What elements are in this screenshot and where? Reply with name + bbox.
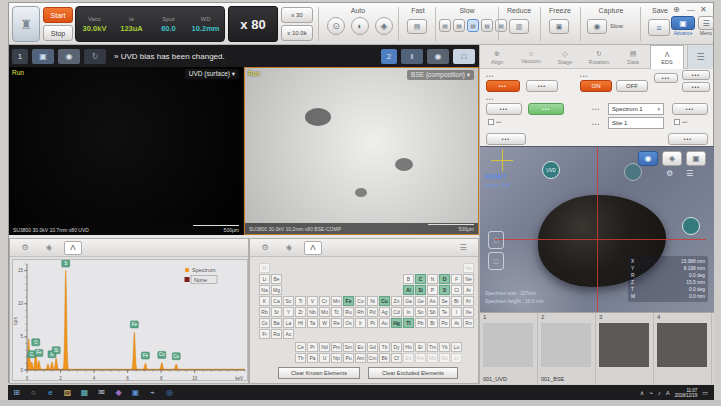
- detector-on-button[interactable]: ON: [580, 80, 612, 92]
- slow-scan-button-1[interactable]: ▤: [439, 19, 451, 32]
- element-Fe[interactable]: Fe: [343, 296, 354, 306]
- save-button[interactable]: ≡: [648, 19, 670, 36]
- element-Lr[interactable]: Lr: [451, 353, 462, 363]
- element-Lu[interactable]: Lu: [451, 342, 462, 352]
- tab-data[interactable]: ▤Data: [616, 45, 650, 69]
- element-F[interactable]: F: [451, 274, 462, 284]
- element-Dy[interactable]: Dy: [391, 342, 402, 352]
- element-Gd[interactable]: Gd: [367, 342, 378, 352]
- eds-spectrum-chart[interactable]: 0 2 4 6 8 10keV 0 5 10 15 cps C O Fe Al …: [12, 259, 248, 385]
- eds-small-button[interactable]: •••: [682, 70, 710, 80]
- menu-icon[interactable]: ☰: [454, 241, 472, 255]
- tray-expand-icon[interactable]: ∧: [640, 389, 644, 396]
- start-button[interactable]: Start: [43, 7, 73, 23]
- panel1-number-button[interactable]: 1: [12, 49, 28, 64]
- element-Cm[interactable]: Cm: [367, 353, 378, 363]
- element-I[interactable]: I: [451, 307, 462, 317]
- close-button[interactable]: ✕: [700, 5, 707, 14]
- element-Pr[interactable]: Pr: [307, 342, 318, 352]
- element-Rh[interactable]: Rh: [355, 307, 366, 317]
- element-Cs[interactable]: Cs: [259, 318, 270, 328]
- element-N[interactable]: N: [427, 274, 438, 284]
- element-Hg[interactable]: Hg: [391, 318, 402, 328]
- element-La[interactable]: La: [283, 318, 294, 328]
- element-Nd[interactable]: Nd: [319, 342, 330, 352]
- thumbnail-slot-1[interactable]: 1 001_UVD: [480, 313, 538, 384]
- search-icon[interactable]: ○: [25, 385, 42, 400]
- element-Cl[interactable]: Cl: [451, 285, 462, 295]
- panel1-refresh-button[interactable]: ↻: [84, 49, 106, 64]
- element-W[interactable]: W: [319, 318, 330, 328]
- camera-capture-button[interactable]: ◉: [638, 151, 658, 166]
- eds-checkbox[interactable]: •••: [674, 119, 687, 125]
- taskbar-clock[interactable]: 11:072018/12/19: [675, 388, 698, 398]
- element-Sm[interactable]: Sm: [343, 342, 354, 352]
- tab-vacuum[interactable]: ⌂Vacuum: [514, 45, 548, 69]
- element-Hf[interactable]: Hf: [295, 318, 306, 328]
- reduce-button[interactable]: ▥: [509, 19, 529, 34]
- element-Al[interactable]: Al: [403, 285, 414, 295]
- element-Fr[interactable]: Fr: [259, 329, 270, 339]
- tab-eds[interactable]: ΛEDS: [650, 45, 684, 69]
- element-Ar[interactable]: Ar: [463, 285, 474, 295]
- sem-image-panel-1[interactable]: Run UVD (surface) ▾ SU3800 30.0kV 10.7mm…: [9, 67, 244, 235]
- clear-excluded-elements-button[interactable]: Clear Excluded Elements: [368, 367, 458, 379]
- element-Si[interactable]: Si: [415, 285, 426, 295]
- element-Ru[interactable]: Ru: [343, 307, 354, 317]
- element-Sc[interactable]: Sc: [283, 296, 294, 306]
- element-H[interactable]: H: [259, 263, 270, 273]
- element-Ra[interactable]: Ra: [271, 329, 282, 339]
- minimize-button[interactable]: —: [687, 5, 695, 14]
- element-No[interactable]: No: [439, 353, 450, 363]
- network-icon[interactable]: ⌁: [649, 389, 653, 396]
- panel2-pause-button[interactable]: ‖: [401, 49, 423, 64]
- volume-icon[interactable]: ♪: [658, 390, 661, 396]
- freeze-button[interactable]: ▣: [549, 19, 569, 34]
- thumbnail-slot-3[interactable]: 3: [596, 313, 654, 384]
- eds-action-button[interactable]: •••: [486, 103, 522, 115]
- element-Fm[interactable]: Fm: [415, 353, 426, 363]
- element-K[interactable]: K: [259, 296, 270, 306]
- thumbnail-image[interactable]: [483, 323, 533, 367]
- notification-icon[interactable]: ▭: [702, 389, 708, 396]
- element-Ca[interactable]: Ca: [271, 296, 282, 306]
- element-Nb[interactable]: Nb: [307, 307, 318, 317]
- element-Ge[interactable]: Ge: [415, 296, 426, 306]
- element-Rn[interactable]: Rn: [463, 318, 474, 328]
- panel1-camera-button[interactable]: ◉: [58, 49, 80, 64]
- spectrum-view-icon[interactable]: Λ: [304, 241, 322, 255]
- element-Ne[interactable]: Ne: [463, 274, 474, 284]
- eds-small-button[interactable]: •••: [682, 82, 710, 92]
- element-Xe[interactable]: Xe: [463, 307, 474, 317]
- thumbnail-image[interactable]: [541, 323, 591, 367]
- element-Ce[interactable]: Ce: [295, 342, 306, 352]
- element-Tm[interactable]: Tm: [427, 342, 438, 352]
- element-Ti[interactable]: Ti: [295, 296, 306, 306]
- element-At[interactable]: At: [451, 318, 462, 328]
- element-Os[interactable]: Os: [343, 318, 354, 328]
- eds-small-button[interactable]: •••: [654, 73, 678, 83]
- element-Cr[interactable]: Cr: [319, 296, 330, 306]
- slow-scan-button-3[interactable]: ▤: [467, 19, 479, 32]
- gear-icon[interactable]: ⚙: [16, 241, 34, 255]
- menu-button[interactable]: ☰: [698, 16, 714, 30]
- element-Tb[interactable]: Tb: [379, 342, 390, 352]
- folder-icon[interactable]: ▨: [59, 385, 76, 400]
- spectrum-select[interactable]: Spectrum 1▾: [608, 103, 664, 115]
- element-Sn[interactable]: Sn: [415, 307, 426, 317]
- tab-align[interactable]: ⊕Align: [480, 45, 514, 69]
- start-button[interactable]: ⊞: [8, 385, 25, 400]
- element-Np[interactable]: Np: [331, 353, 342, 363]
- slow-scan-button-2[interactable]: ▤: [453, 19, 465, 32]
- element-Be[interactable]: Be: [271, 274, 282, 284]
- element-Zr[interactable]: Zr: [295, 307, 306, 317]
- tab-rotation[interactable]: ↻Rotation: [582, 45, 616, 69]
- element-Pm[interactable]: Pm: [331, 342, 342, 352]
- tab-menu-button[interactable]: ☰: [687, 45, 713, 69]
- element-Eu[interactable]: Eu: [355, 342, 366, 352]
- site-name-input[interactable]: Site 1: [608, 117, 664, 129]
- element-Li[interactable]: Li: [259, 274, 270, 284]
- element-Mn[interactable]: Mn: [331, 296, 342, 306]
- element-Yb[interactable]: Yb: [439, 342, 450, 352]
- panel2-screen-button[interactable]: □: [453, 49, 475, 64]
